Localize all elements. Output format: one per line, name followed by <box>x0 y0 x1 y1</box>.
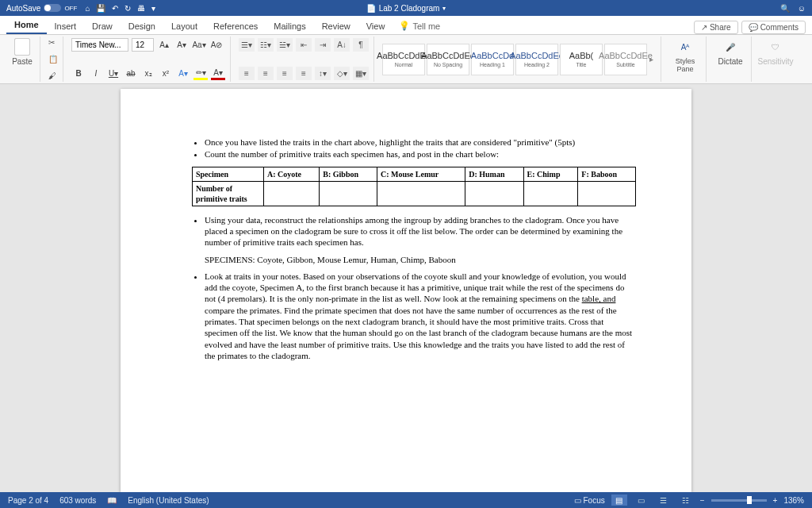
table-cell[interactable]: Number of primitive traits <box>193 181 264 206</box>
paste-button[interactable]: Paste <box>10 38 35 66</box>
bullet-item[interactable]: Count the number of primitive traits eac… <box>205 148 636 160</box>
style-item[interactable]: AaBbCcDdEeNo Spacing <box>427 44 469 75</box>
comments-button[interactable]: 💬 Comments <box>741 21 806 34</box>
tab-insert[interactable]: Insert <box>47 18 85 34</box>
styles-gallery[interactable]: AaBbCcDdEeNormalAaBbCcDdEeNo SpacingAaBb… <box>382 44 647 75</box>
smile-icon[interactable]: ☺ <box>798 4 806 13</box>
borders-icon[interactable]: ▦▾ <box>353 67 369 80</box>
shading-icon[interactable]: ◇▾ <box>334 67 350 80</box>
document-title[interactable]: 📄 Lab 2 Cladogram ▾ <box>366 4 446 13</box>
grow-font-icon[interactable]: A▴ <box>157 38 171 52</box>
italic-button[interactable]: I <box>89 67 103 80</box>
justify-icon[interactable]: ≡ <box>296 67 312 80</box>
text[interactable]: compare the primates. Find the primate s… <box>205 306 632 360</box>
strikethrough-button[interactable]: ab <box>124 67 138 80</box>
font-name-select[interactable] <box>71 38 128 52</box>
specimens-line[interactable]: SPECIMENS: Coyote, Gibbon, Mouse Lemur, … <box>205 254 636 265</box>
table-cell[interactable]: B: Gibbon <box>320 167 377 181</box>
bullet-item[interactable]: Once you have listed the traits in the c… <box>205 137 636 148</box>
tab-draw[interactable]: Draw <box>84 18 121 34</box>
table-cell[interactable] <box>523 181 578 206</box>
print-layout-icon[interactable]: ▤ <box>611 495 627 506</box>
style-item[interactable]: AaBb(Title <box>560 44 603 75</box>
read-mode-icon[interactable]: ☰ <box>656 495 672 506</box>
document-page[interactable]: Once you have listed the traits in the c… <box>121 89 691 492</box>
font-size-select[interactable] <box>132 38 154 52</box>
undo-icon[interactable]: ↶ <box>112 4 118 13</box>
table-cell[interactable] <box>578 181 636 206</box>
show-marks-icon[interactable]: ¶ <box>353 38 369 52</box>
chevron-down-icon[interactable]: ▾ <box>442 5 446 12</box>
zoom-level[interactable]: 136% <box>783 496 804 505</box>
font-color-icon[interactable]: A▾ <box>211 67 225 80</box>
outline-icon[interactable]: ☷ <box>678 495 694 506</box>
home-icon[interactable]: ⌂ <box>85 4 90 13</box>
word-count[interactable]: 603 words <box>59 496 96 505</box>
toggle-switch[interactable] <box>44 4 61 12</box>
copy-icon[interactable]: 📋 <box>48 55 58 64</box>
bullets-icon[interactable]: ☰▾ <box>239 38 255 52</box>
specimen-table[interactable]: Specimen A: Coyote B: Gibbon C: Mouse Le… <box>192 167 636 206</box>
style-item[interactable]: AaBbCcDdEeHeading 2 <box>515 44 558 75</box>
zoom-out-icon[interactable]: − <box>700 496 705 505</box>
tab-layout[interactable]: Layout <box>163 18 205 34</box>
table-cell[interactable]: F: Baboon <box>578 167 636 181</box>
search-icon[interactable]: 🔍 <box>780 4 790 13</box>
bold-button[interactable]: B <box>71 67 86 80</box>
table-cell[interactable] <box>264 181 320 206</box>
tab-home[interactable]: Home <box>6 17 47 34</box>
tab-review[interactable]: Review <box>314 18 358 34</box>
table-cell[interactable] <box>465 181 523 206</box>
format-painter-icon[interactable]: 🖌 <box>48 71 58 80</box>
qat-dropdown-icon[interactable]: ▾ <box>151 4 155 13</box>
focus-mode[interactable]: ▭ Focus <box>574 496 605 505</box>
subscript-button[interactable]: x₂ <box>141 67 155 80</box>
shrink-font-icon[interactable]: A▾ <box>174 38 189 52</box>
table-cell[interactable]: D: Human <box>465 167 523 181</box>
table-cell[interactable]: A: Coyote <box>264 167 320 181</box>
cut-icon[interactable]: ✂ <box>48 38 58 47</box>
align-center-icon[interactable]: ≡ <box>258 67 274 80</box>
bullet-item[interactable]: Using your data, reconstruct the relatio… <box>205 214 636 248</box>
link-text[interactable]: table, and <box>582 294 616 303</box>
print-icon[interactable]: 🖶 <box>137 4 145 13</box>
align-right-icon[interactable]: ≡ <box>277 67 293 80</box>
share-button[interactable]: ↗ Share <box>694 21 738 34</box>
tab-design[interactable]: Design <box>121 18 163 34</box>
indent-inc-icon[interactable]: ⇥ <box>315 38 331 52</box>
text-effects-icon[interactable]: A▾ <box>176 67 190 80</box>
styles-more-icon[interactable]: ▸ <box>647 55 656 64</box>
web-layout-icon[interactable]: ▭ <box>634 495 649 506</box>
tell-me[interactable]: 💡 Tell me <box>393 17 446 34</box>
spellcheck-icon[interactable]: 📖 <box>107 496 117 505</box>
zoom-in-icon[interactable]: + <box>773 496 778 505</box>
styles-pane-button[interactable]: Aᴬ Styles Pane <box>669 38 701 73</box>
language-indicator[interactable]: English (United States) <box>128 496 209 505</box>
table-cell[interactable] <box>377 181 465 206</box>
change-case-icon[interactable]: Aa▾ <box>192 38 206 52</box>
save-icon[interactable]: 💾 <box>96 4 105 13</box>
table-cell[interactable]: Specimen <box>193 167 264 181</box>
style-item[interactable]: AaBbCcDdEeNormal <box>382 44 425 75</box>
numbering-icon[interactable]: ☷▾ <box>258 38 274 52</box>
sort-icon[interactable]: A↓ <box>334 38 350 52</box>
tab-references[interactable]: References <box>205 18 266 34</box>
table-cell[interactable] <box>320 181 377 206</box>
redo-icon[interactable]: ↻ <box>124 4 131 13</box>
superscript-button[interactable]: x² <box>159 67 173 80</box>
page-indicator[interactable]: Page 2 of 4 <box>8 496 48 505</box>
dictate-button[interactable]: 🎤 Dictate <box>714 38 746 66</box>
text[interactable]: Look at traits in your notes. Based on y… <box>205 271 626 304</box>
style-item[interactable]: AaBbCcDdEeSubtitle <box>604 44 647 75</box>
table-cell[interactable]: E: Chimp <box>523 167 578 181</box>
underline-button[interactable]: U▾ <box>106 67 121 80</box>
tab-mailings[interactable]: Mailings <box>266 18 313 34</box>
multilevel-icon[interactable]: ☱▾ <box>277 38 293 52</box>
autosave-toggle[interactable]: AutoSave OFF <box>6 4 77 13</box>
document-workspace[interactable]: Once you have listed the traits in the c… <box>0 84 812 492</box>
style-item[interactable]: AaBbCcDdHeading 1 <box>471 44 514 75</box>
table-cell[interactable]: C: Mouse Lemur <box>377 167 465 181</box>
highlight-icon[interactable]: ✏▾ <box>193 67 208 80</box>
indent-dec-icon[interactable]: ⇤ <box>296 38 312 52</box>
align-left-icon[interactable]: ≡ <box>239 67 255 80</box>
